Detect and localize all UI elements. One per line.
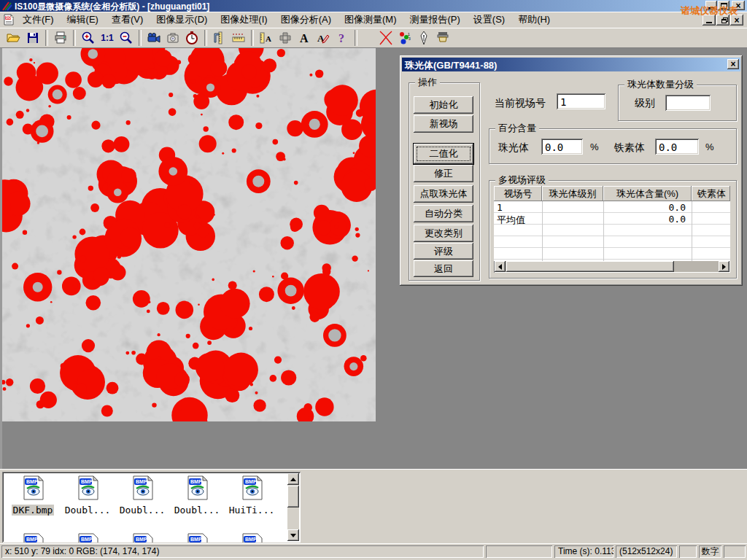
timer-icon[interactable] <box>182 29 201 47</box>
file-name[interactable]: Doubl... <box>173 505 222 516</box>
maximize-button[interactable] <box>718 1 729 10</box>
table-body[interactable]: 1 0.0 平均值 0.0 <box>494 201 730 261</box>
file-name[interactable]: HuiTi... <box>228 505 276 516</box>
capture-icon[interactable] <box>163 29 182 47</box>
menu-settings[interactable]: 设置(S) <box>467 12 511 28</box>
child-close-button[interactable]: × <box>730 15 743 26</box>
col-pearlite-level[interactable]: 珠光体级别 <box>542 186 603 201</box>
file-listbox[interactable]: BMP DKF.bmp BMP Doubl... BMP Doubl... BM… <box>2 472 301 542</box>
caliper-icon[interactable] <box>210 29 229 47</box>
table-row-2-field[interactable]: 平均值 <box>497 214 525 227</box>
grading-group: 珠光体数量分级 级别 <box>618 85 737 121</box>
menu-image-measure[interactable]: 图像测量(M) <box>338 12 403 28</box>
svg-text:BMP: BMP <box>81 537 93 542</box>
col-pearlite-content[interactable]: 珠光体含量(%) <box>603 186 692 201</box>
init-button[interactable]: 初始化 <box>414 96 473 114</box>
scroll-right-button[interactable] <box>719 261 729 272</box>
scroll-up-button[interactable] <box>287 473 299 485</box>
scale-icon[interactable]: A <box>257 29 276 47</box>
file-item[interactable]: BMP Doubl... <box>171 475 223 516</box>
curve-icon[interactable] <box>376 29 395 47</box>
file-list-vscrollbar[interactable] <box>287 473 299 541</box>
minimize-button[interactable] <box>705 1 717 10</box>
print-icon[interactable] <box>51 29 70 47</box>
menu-file[interactable]: 文件(F) <box>16 12 61 28</box>
open-icon[interactable] <box>4 29 23 47</box>
actual-size-icon[interactable]: 1:1 <box>98 29 117 47</box>
col-ferrite[interactable]: 铁素体 <box>692 186 730 201</box>
ruler-icon[interactable] <box>229 29 248 47</box>
ferrite-input[interactable]: 0.0 <box>655 139 699 155</box>
vscroll-thumb[interactable] <box>287 486 299 508</box>
table-hscrollbar[interactable] <box>495 261 729 272</box>
table-row-1-field[interactable]: 1 <box>497 202 503 213</box>
file-item[interactable]: BMP HuiTi... <box>225 475 278 516</box>
auto-classify-button[interactable]: 自动分类 <box>414 205 473 222</box>
brush-icon[interactable] <box>433 29 452 47</box>
micrograph-image[interactable] <box>2 48 376 421</box>
annotate-icon[interactable]: A <box>314 29 333 47</box>
file-item[interactable]: BMP <box>116 533 169 542</box>
stitch-icon[interactable] <box>276 29 295 47</box>
zoom-out-icon[interactable] <box>117 29 136 47</box>
document-icon[interactable]: DOC <box>3 14 15 26</box>
bmp-file-icon: BMP <box>130 475 155 500</box>
text-icon[interactable]: A <box>295 29 314 47</box>
file-item[interactable]: BMP <box>7 533 59 542</box>
return-button[interactable]: 返回 <box>414 260 473 277</box>
status-dimensions: (512x512x24) <box>616 545 677 558</box>
rate-button[interactable]: 评级 <box>414 243 473 260</box>
dialog-title-bar[interactable]: 珠光体(GB/T9441-88) <box>402 58 740 71</box>
child-restore-button[interactable] <box>716 15 729 26</box>
save-icon[interactable] <box>23 29 42 47</box>
scroll-left-button[interactable] <box>495 261 506 272</box>
file-item[interactable]: BMP <box>171 533 223 542</box>
ferrite-unit: % <box>705 141 714 152</box>
multiview-group-label: 多视场评级 <box>495 174 549 186</box>
grading-group-label: 珠光体数量分级 <box>624 79 697 90</box>
classify-icon[interactable]: 13 <box>395 29 414 47</box>
pick-pearlite-button[interactable]: 点取珠光体 <box>414 185 473 203</box>
svg-text:BMP: BMP <box>26 479 38 484</box>
pen-icon[interactable] <box>414 29 433 47</box>
bmp-file-icon: BMP <box>20 533 45 542</box>
dialog-close-button[interactable]: × <box>727 59 739 69</box>
zoom-in-icon[interactable] <box>79 29 98 47</box>
table-row-1-content[interactable]: 0.0 <box>603 202 686 213</box>
file-item[interactable]: BMP DKF.bmp <box>7 475 59 516</box>
file-item[interactable]: BMP Doubl... <box>116 475 169 516</box>
scroll-down-button[interactable] <box>287 529 299 541</box>
menu-help[interactable]: 帮助(H) <box>511 12 557 28</box>
menu-edit[interactable]: 编辑(E) <box>61 12 105 28</box>
menu-image-analysis[interactable]: 图像分析(A) <box>274 12 338 28</box>
child-minimize-button[interactable] <box>703 15 716 26</box>
current-field-input[interactable]: 1 <box>557 93 605 109</box>
menu-image-display[interactable]: 图像显示(D) <box>150 12 214 28</box>
video-camera-icon[interactable] <box>144 29 163 47</box>
file-item[interactable]: BMP <box>225 533 278 542</box>
help-icon[interactable]: ? <box>333 29 352 47</box>
file-item[interactable]: BMP <box>61 533 114 542</box>
new-field-button[interactable]: 新视场 <box>414 115 473 133</box>
change-class-button[interactable]: 更改类别 <box>414 225 473 242</box>
status-mode: 数字 <box>699 545 721 558</box>
binarize-button[interactable]: 二值化 <box>414 144 473 164</box>
table-row-2-content[interactable]: 0.0 <box>603 214 686 225</box>
file-name[interactable]: Doubl... <box>118 505 167 516</box>
pearlite-input[interactable]: 0.0 <box>541 139 583 155</box>
file-item[interactable]: BMP Doubl... <box>61 475 114 516</box>
correct-button[interactable]: 修正 <box>414 165 473 182</box>
multiview-table[interactable]: 视场号 珠光体级别 珠光体含量(%) 铁素体 1 0.0 平均值 0.0 <box>494 186 730 273</box>
level-input[interactable] <box>665 95 711 111</box>
file-name[interactable]: DKF.bmp <box>12 505 55 516</box>
close-button[interactable]: × <box>732 1 745 10</box>
pearlite-unit: % <box>590 141 599 152</box>
svg-text:BMP: BMP <box>245 537 257 542</box>
hscroll-thumb[interactable] <box>506 261 674 272</box>
status-empty-3 <box>724 545 746 558</box>
menu-image-process[interactable]: 图像处理(I) <box>214 12 274 28</box>
menu-view[interactable]: 查看(V) <box>105 12 150 28</box>
menu-report[interactable]: 测量报告(P) <box>403 12 466 28</box>
col-field-no[interactable]: 视场号 <box>494 186 542 201</box>
file-name[interactable]: Doubl... <box>63 505 112 516</box>
